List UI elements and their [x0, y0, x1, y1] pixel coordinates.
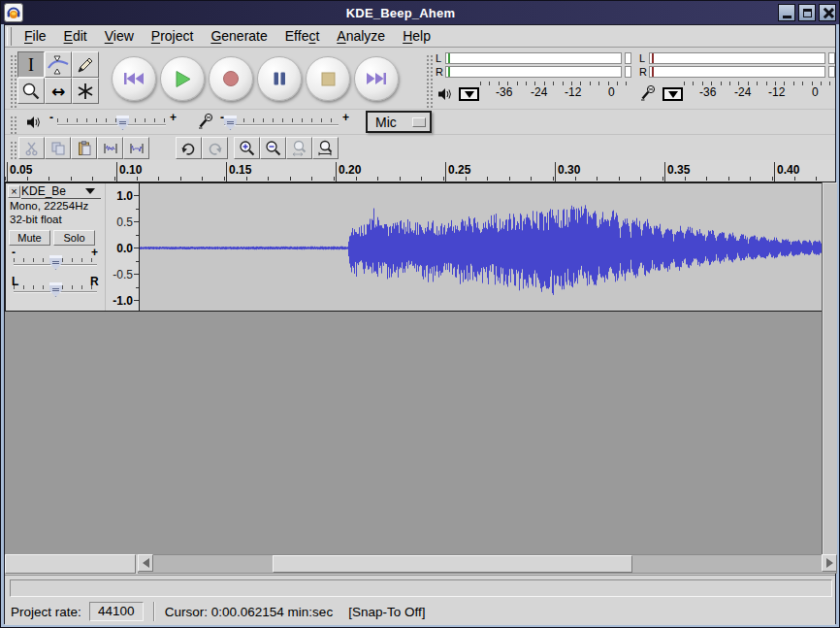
- fit-selection-button[interactable]: [286, 137, 312, 159]
- stop-button[interactable]: [306, 56, 350, 101]
- skip-start-button[interactable]: [112, 56, 156, 101]
- track-title-menu[interactable]: KDE_Be: [21, 184, 101, 199]
- envelope-tool-button[interactable]: [45, 51, 72, 78]
- play-button[interactable]: [160, 56, 205, 101]
- zoom-tool-button[interactable]: [17, 78, 45, 104]
- vertical-ruler: 1.0 0.5 0.0 -0.5 -1.0: [105, 183, 139, 311]
- silence-button[interactable]: [123, 137, 149, 159]
- output-volume-slider-thumb[interactable]: [116, 116, 129, 130]
- horizontal-scrollbar[interactable]: [138, 554, 837, 574]
- toolbar-dock: I ↔: [5, 48, 835, 160]
- track-title: KDE_Be: [21, 184, 85, 198]
- timeline-ruler[interactable]: 0.05 0.10 0.15 0.20 0.25 0.30 0.35 0.40: [5, 160, 835, 182]
- meter-scale-label: 0: [608, 85, 615, 99]
- chevron-down-icon: [465, 91, 474, 98]
- chevron-down-icon: [668, 91, 678, 98]
- close-button[interactable]: [819, 4, 836, 21]
- menu-help[interactable]: Help: [394, 26, 439, 46]
- input-source-value: Mic: [368, 115, 412, 130]
- output-volume-slider[interactable]: [57, 112, 166, 133]
- gain-slider-thumb[interactable]: [49, 255, 62, 270]
- solo-button[interactable]: Solo: [53, 230, 95, 246]
- menu-generate[interactable]: Generate: [202, 26, 275, 46]
- pan-slider-thumb[interactable]: [49, 282, 62, 297]
- title-bar[interactable]: KDE_Beep_Ahem: [1, 1, 839, 24]
- tools-toolbar-grip[interactable]: [9, 53, 16, 110]
- cursor-status: Cursor: 0:00.062154 min:sec: [165, 605, 333, 619]
- zoom-out-button[interactable]: [260, 137, 286, 159]
- ruler-label: -0.5: [106, 268, 133, 281]
- menu-analyze[interactable]: Analyze: [328, 26, 394, 46]
- mixer-toolbar-grip[interactable]: [9, 115, 16, 135]
- trim-icon: [103, 141, 118, 156]
- clip-indicator: [625, 66, 631, 78]
- menu-edit[interactable]: Edit: [55, 26, 96, 46]
- meter-scale-label: -24: [531, 85, 547, 99]
- mute-button[interactable]: Mute: [9, 230, 50, 246]
- fit-project-button[interactable]: [312, 137, 339, 159]
- meter-scale-label: -36: [496, 85, 512, 99]
- copy-button[interactable]: [45, 137, 71, 159]
- input-volume-slider-thumb[interactable]: [224, 116, 237, 130]
- playback-meter-menu-button[interactable]: [459, 87, 479, 101]
- skip-end-button[interactable]: [354, 56, 399, 101]
- track-info-line2: 32-bit float: [10, 214, 104, 226]
- track-close-button[interactable]: ×: [8, 185, 20, 198]
- audio-track: × KDE_Be Mono, 22254Hz 32-bit float Mute…: [5, 182, 822, 312]
- record-button[interactable]: [209, 56, 253, 101]
- undo-button[interactable]: [176, 137, 202, 159]
- minimize-button[interactable]: [778, 4, 795, 21]
- slider-ticks: [57, 118, 166, 122]
- input-source-select[interactable]: Mic: [366, 111, 432, 133]
- speaker-icon: [437, 86, 453, 102]
- scrollbar-spacer-panel: [5, 554, 136, 574]
- paste-icon: [77, 141, 92, 156]
- project-rate-value[interactable]: 44100: [89, 602, 144, 621]
- minimize-icon: [783, 16, 792, 18]
- vertical-scrollbar[interactable]: [822, 182, 837, 554]
- meter-toolbar-grip[interactable]: [425, 53, 433, 110]
- gain-slider[interactable]: - +: [14, 249, 97, 271]
- menu-view[interactable]: View: [96, 26, 143, 46]
- edit-toolbar-grip[interactable]: [9, 140, 16, 160]
- combo-dropdown-button[interactable]: [412, 117, 426, 127]
- gain-max-label: +: [91, 246, 98, 259]
- status-bar: Project rate: 44100 Cursor: 0:00.062154 …: [5, 575, 835, 625]
- menu-file[interactable]: File: [16, 26, 55, 46]
- edit-toolbar: [5, 135, 835, 160]
- zoom-out-icon: [265, 140, 281, 156]
- draw-tool-button[interactable]: [72, 51, 99, 78]
- meter-channel-label: L: [436, 52, 445, 64]
- trim-button[interactable]: [97, 137, 123, 159]
- selection-tool-button[interactable]: I: [17, 51, 45, 78]
- record-icon: [222, 70, 240, 87]
- left-right-arrows-icon: ↔: [51, 82, 65, 101]
- pencil-icon: [76, 55, 95, 75]
- envelope-icon: [47, 54, 70, 76]
- skip-end-icon: [366, 71, 387, 86]
- track-menu-arrow-icon: [85, 188, 95, 194]
- menu-project[interactable]: Project: [143, 26, 203, 46]
- paste-button[interactable]: [71, 137, 97, 159]
- menubar-handle[interactable]: [7, 27, 12, 46]
- h-scrollbar-right-arrow[interactable]: [822, 554, 837, 572]
- waveform-view[interactable]: [139, 183, 823, 311]
- playback-meter: L R -36 -24 -12 0: [436, 51, 633, 107]
- zoom-in-button[interactable]: [234, 137, 260, 159]
- multi-tool-button[interactable]: [72, 78, 99, 104]
- project-rate-label: Project rate:: [11, 605, 81, 619]
- pause-button[interactable]: [257, 56, 302, 101]
- h-scrollbar-left-arrow[interactable]: [138, 554, 153, 572]
- menu-effect[interactable]: Effect: [276, 26, 329, 46]
- cut-button[interactable]: [18, 137, 45, 159]
- maximize-button[interactable]: [798, 4, 816, 21]
- h-scrollbar-thumb[interactable]: [273, 555, 632, 573]
- timeshift-tool-button[interactable]: ↔: [45, 78, 72, 104]
- microphone-icon: [197, 113, 214, 130]
- redo-button[interactable]: [202, 137, 228, 159]
- pan-slider[interactable]: L R: [14, 277, 97, 298]
- slider-ticks: [224, 118, 339, 122]
- input-volume-slider[interactable]: [224, 112, 339, 133]
- waveform-canvas[interactable]: [140, 183, 823, 311]
- recording-meter-menu-button[interactable]: [662, 87, 683, 101]
